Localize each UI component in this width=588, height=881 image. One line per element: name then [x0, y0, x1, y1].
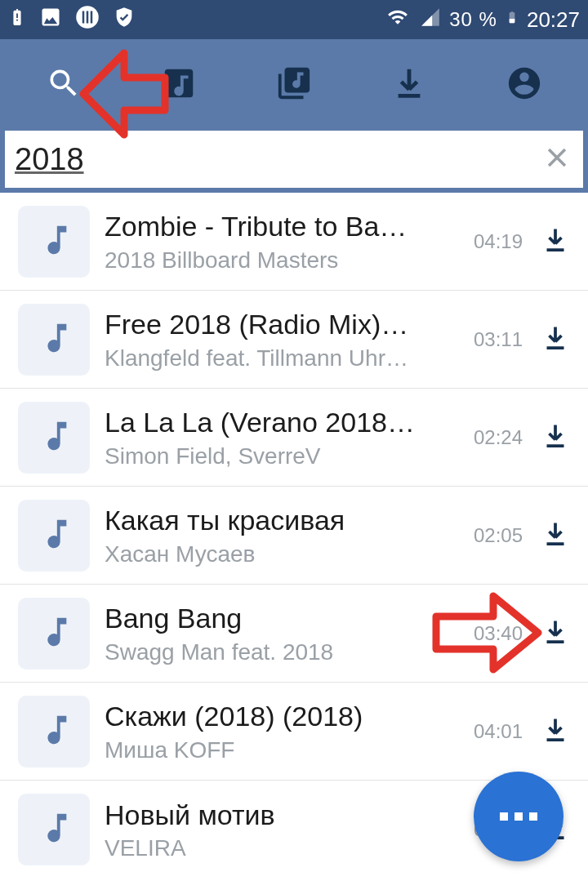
music-note-icon — [35, 707, 73, 756]
battery-alert-icon — [8, 5, 26, 34]
track-thumbnail — [18, 794, 90, 865]
track-thumbnail — [18, 598, 90, 670]
track-artist: Swagg Man feat. 2018 — [105, 639, 451, 665]
track-artist: Миша KOFF — [105, 737, 451, 763]
track-row[interactable]: Bang BangSwagg Man feat. 201803:40 — [0, 585, 588, 683]
track-row[interactable]: Скажи (2018) (2018)Миша KOFF04:01 — [0, 683, 588, 781]
track-thumbnail — [18, 500, 90, 572]
track-meta: Zombie - Tribute to Ba…2018 Billboard Ma… — [90, 209, 466, 274]
download-icon — [541, 323, 570, 356]
track-row[interactable]: La La La (Verano 2018…Simon Field, Sverr… — [0, 389, 588, 487]
clear-search-button[interactable] — [541, 143, 573, 176]
svg-rect-2 — [87, 11, 89, 24]
barcode-icon — [75, 5, 100, 34]
track-download-button[interactable] — [537, 616, 573, 652]
track-thumbnail — [18, 206, 90, 278]
nav-tracks-button[interactable] — [153, 59, 205, 111]
more-icon — [500, 812, 537, 821]
track-download-button[interactable] — [537, 518, 573, 554]
track-download-button[interactable] — [537, 224, 573, 260]
track-title: Какая ты красивая — [105, 503, 451, 538]
battery-percent: 30 % — [449, 8, 497, 31]
cellular-icon — [420, 7, 441, 33]
music-note-icon — [35, 217, 73, 266]
track-meta: Новый мотивVELIRA — [90, 798, 466, 862]
music-note-icon — [160, 65, 198, 105]
account-icon — [506, 65, 543, 105]
music-note-icon — [35, 511, 73, 560]
track-title: Новый мотив — [105, 798, 451, 833]
track-thumbnail — [18, 304, 90, 376]
battery-icon — [506, 6, 519, 33]
download-icon — [390, 65, 428, 105]
track-thumbnail — [18, 696, 90, 768]
track-meta: Bang BangSwagg Man feat. 2018 — [90, 601, 466, 665]
music-note-icon — [35, 315, 73, 364]
track-meta: Скажи (2018) (2018)Миша KOFF — [90, 699, 466, 763]
track-download-button[interactable] — [537, 420, 573, 456]
track-artist: VELIRA — [105, 835, 451, 861]
svg-rect-3 — [91, 11, 93, 24]
search-icon — [46, 65, 82, 105]
top-nav — [0, 39, 588, 131]
search-query: 2018 — [15, 142, 541, 177]
fab-more-button[interactable] — [474, 772, 564, 861]
status-bar: 30 % 20:27 — [0, 0, 588, 39]
track-artist: Klangfeld feat. Tillmann Uhr… — [105, 345, 451, 372]
track-duration: 04:01 — [466, 720, 523, 743]
track-duration: 03:11 — [466, 328, 523, 351]
nav-downloads-button[interactable] — [383, 59, 435, 111]
image-icon — [39, 6, 62, 33]
library-music-icon — [275, 65, 313, 105]
download-icon — [541, 421, 570, 454]
nav-account-button[interactable] — [498, 59, 550, 111]
track-row[interactable]: Какая ты красиваяХасан Мусаев02:05 — [0, 487, 588, 585]
search-bar: 2018 — [0, 131, 588, 193]
track-row[interactable]: Free 2018 (Radio Mix)…Klangfeld feat. Ti… — [0, 291, 588, 389]
track-title: Bang Bang — [105, 601, 451, 636]
shield-icon — [113, 6, 136, 33]
track-meta: Какая ты красиваяХасан Мусаев — [90, 503, 466, 567]
track-duration: 04:19 — [466, 230, 523, 253]
track-title: Скажи (2018) (2018) — [105, 699, 451, 734]
download-icon — [541, 225, 570, 258]
track-title: La La La (Verano 2018… — [105, 405, 451, 440]
track-artist: 2018 Billboard Masters — [105, 247, 451, 274]
track-duration: 02:05 — [466, 524, 523, 547]
download-icon — [541, 519, 570, 552]
search-button[interactable] — [38, 59, 90, 111]
clock: 20:27 — [527, 7, 580, 33]
music-note-icon — [35, 413, 73, 462]
track-duration: 02:24 — [466, 426, 523, 449]
track-row[interactable]: Zombie - Tribute to Ba…2018 Billboard Ma… — [0, 193, 588, 291]
track-thumbnail — [18, 402, 90, 474]
download-icon — [541, 715, 570, 748]
track-artist: Хасан Мусаев — [105, 541, 451, 567]
track-title: Free 2018 (Radio Mix)… — [105, 307, 451, 342]
music-note-icon — [35, 609, 73, 658]
track-download-button[interactable] — [537, 322, 573, 358]
svg-rect-1 — [82, 11, 85, 24]
download-icon — [541, 617, 570, 650]
track-meta: La La La (Verano 2018…Simon Field, Sverr… — [90, 405, 466, 469]
search-input[interactable]: 2018 — [5, 131, 583, 188]
track-download-button[interactable] — [537, 714, 573, 750]
track-artist: Simon Field, SverreV — [105, 443, 451, 469]
track-meta: Free 2018 (Radio Mix)…Klangfeld feat. Ti… — [90, 307, 466, 372]
wifi-icon — [384, 7, 412, 33]
nav-playlists-button[interactable] — [268, 59, 320, 111]
music-note-icon — [35, 805, 73, 854]
close-icon — [543, 144, 571, 175]
track-duration: 03:40 — [466, 622, 523, 645]
track-title: Zombie - Tribute to Ba… — [105, 209, 451, 244]
